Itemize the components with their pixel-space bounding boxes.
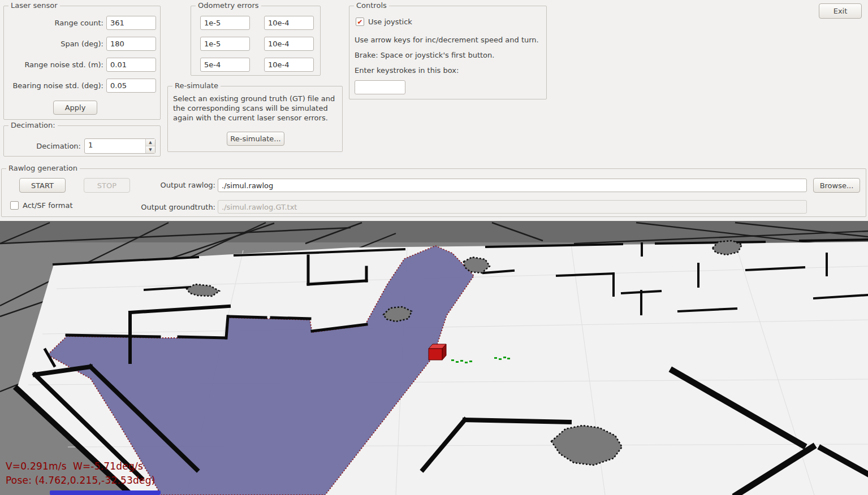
- robot-marker: [429, 344, 446, 360]
- span-label: Span (deg):: [6, 40, 103, 48]
- act-sf-row: Act/SF format: [10, 201, 73, 210]
- hud-velocity-text: V=0.291m/s W=-5.71deg/s: [6, 461, 143, 472]
- odometry-input-1-0[interactable]: [200, 37, 250, 51]
- span-input[interactable]: [106, 37, 156, 51]
- odometry-input-2-1[interactable]: [264, 58, 314, 72]
- decimation-title: Decimation:: [8, 121, 58, 129]
- resimulate-group: Re-simulate Select an existing ground tr…: [167, 86, 343, 152]
- use-joystick-row: ✔ Use joystick: [356, 18, 412, 26]
- rawlog-generation-group: Rawlog generation START STOP Output rawl…: [1, 168, 866, 217]
- check-icon: ✔: [357, 19, 362, 25]
- stop-button[interactable]: STOP: [84, 178, 130, 193]
- start-button[interactable]: START: [19, 178, 66, 193]
- laser-sensor-group: Laser sensor Range count: Span (deg): Ra…: [3, 6, 161, 120]
- controls-group: Controls ✔ Use joystick Use arrow keys f…: [349, 6, 547, 99]
- odometry-input-0-1[interactable]: [264, 16, 314, 30]
- range-noise-input[interactable]: [106, 58, 156, 72]
- controls-instruction-1: Use arrow keys for inc/decrement speed a…: [355, 36, 539, 44]
- decimation-stepper[interactable]: 1 ▲ ▼: [84, 138, 156, 154]
- act-sf-checkbox[interactable]: [10, 201, 19, 210]
- resimulate-button[interactable]: Re-simulate...: [227, 132, 284, 146]
- decimation-group: Decimation: Decimation: 1 ▲ ▼: [3, 125, 161, 157]
- range-count-input[interactable]: [106, 16, 156, 30]
- controls-instruction-2: Brake: Space or joystick's first button.: [355, 51, 494, 59]
- keystroke-input[interactable]: [355, 80, 405, 94]
- odometry-input-2-0[interactable]: [200, 58, 250, 72]
- output-rawlog-input[interactable]: [218, 179, 807, 192]
- apply-button[interactable]: Apply: [53, 101, 97, 115]
- output-groundtruth-label: Output groundtruth:: [115, 203, 215, 211]
- spin-down-button[interactable]: ▼: [146, 146, 155, 153]
- browse-button[interactable]: Browse...: [813, 178, 860, 193]
- bearing-noise-label: Bearing noise std. (deg):: [6, 81, 103, 90]
- laser-sensor-title: Laser sensor: [8, 1, 60, 10]
- odometry-errors-group: Odometry errors: [191, 6, 321, 76]
- bearing-noise-input[interactable]: [106, 79, 156, 93]
- decimation-value[interactable]: 1: [85, 139, 145, 153]
- decimation-spin-arrows: ▲ ▼: [145, 139, 155, 153]
- range-count-label: Range count:: [6, 19, 103, 27]
- bottom-blue-strip: [50, 490, 161, 495]
- resimulate-title: Re-simulate: [172, 81, 221, 90]
- hud-pose-text: Pose: (4.762,0.215,-32.53deg): [6, 475, 156, 486]
- scene-canvas: [0, 221, 868, 495]
- resimulate-description: Select an existing ground truth (GT) fil…: [173, 94, 338, 123]
- use-joystick-label: Use joystick: [368, 18, 412, 26]
- decimation-label: Decimation:: [6, 142, 81, 150]
- scene-far-band: [0, 221, 868, 242]
- exit-button[interactable]: Exit: [819, 3, 862, 19]
- output-groundtruth-input[interactable]: [218, 200, 807, 214]
- odometry-input-0-0[interactable]: [200, 16, 250, 30]
- act-sf-label: Act/SF format: [23, 201, 73, 210]
- output-rawlog-label: Output rawlog:: [137, 181, 215, 189]
- range-noise-label: Range noise std. (m):: [6, 60, 103, 69]
- control-panel: Laser sensor Range count: Span (deg): Ra…: [0, 0, 868, 221]
- rawlog-generation-title: Rawlog generation: [6, 164, 80, 172]
- spin-up-button[interactable]: ▲: [146, 139, 155, 146]
- controls-instruction-3: Enter keystrokes in this box:: [355, 66, 459, 75]
- odometry-input-1-1[interactable]: [264, 37, 314, 51]
- use-joystick-checkbox[interactable]: ✔: [356, 18, 364, 26]
- controls-title: Controls: [354, 1, 389, 10]
- 3d-viewport[interactable]: V=0.291m/s W=-5.71deg/s Pose: (4.762,0.2…: [0, 221, 868, 495]
- odometry-errors-title: Odometry errors: [196, 1, 261, 10]
